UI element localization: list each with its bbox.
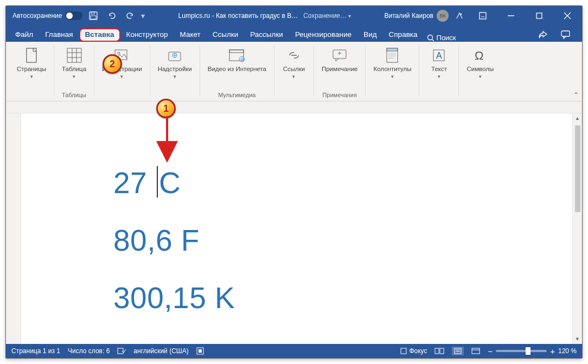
qat-more-icon[interactable]: ▾ bbox=[141, 11, 145, 20]
save-icon[interactable] bbox=[86, 8, 101, 23]
illustrations-button[interactable]: Иллюстрации▾ bbox=[100, 45, 144, 80]
status-bar: Страница 1 из 1 Число слов: 6 английский… bbox=[6, 344, 582, 358]
view-print-icon[interactable] bbox=[452, 347, 464, 355]
scroll-down-icon[interactable]: ▼ bbox=[573, 334, 582, 344]
horizontal-ruler[interactable] bbox=[6, 101, 582, 113]
document-page[interactable]: 27 C 80,6 F 300,15 K bbox=[21, 113, 572, 344]
ribbon-options-icon[interactable] bbox=[470, 6, 495, 25]
svg-rect-39 bbox=[440, 348, 444, 354]
tab-help[interactable]: Справка bbox=[383, 28, 424, 42]
minimize-button[interactable] bbox=[498, 6, 523, 25]
focus-icon bbox=[400, 348, 407, 354]
svg-text:A: A bbox=[436, 51, 442, 60]
view-web-icon[interactable] bbox=[471, 348, 480, 354]
zoom-control[interactable]: − + 120 % bbox=[488, 347, 577, 356]
status-macro-icon[interactable] bbox=[196, 347, 204, 355]
tab-mailings[interactable]: Рассылки bbox=[244, 28, 289, 42]
scroll-up-icon[interactable]: ▲ bbox=[573, 113, 582, 123]
text-cursor bbox=[157, 166, 158, 197]
comment-icon bbox=[330, 46, 349, 65]
text-icon: A bbox=[430, 46, 448, 65]
title-bar: Автосохранение ▾ Lumpics.ru - Как постав… bbox=[6, 6, 582, 25]
tab-design[interactable]: Конструктор bbox=[120, 28, 174, 42]
undo-icon[interactable] bbox=[104, 8, 119, 23]
zoom-percent[interactable]: 120 % bbox=[558, 347, 577, 355]
header-footer-button[interactable]: Колонтитулы▾ bbox=[371, 45, 413, 80]
ribbon-tabs: Файл Главная Вставка Конструктор Макет С… bbox=[6, 25, 582, 42]
autosave-control[interactable]: Автосохранение bbox=[12, 11, 82, 20]
svg-rect-2 bbox=[91, 16, 96, 19]
search-box[interactable]: Поиск bbox=[427, 34, 456, 42]
zoom-out-icon[interactable]: − bbox=[488, 347, 493, 356]
vertical-scrollbar[interactable]: ▲ ▼ bbox=[572, 113, 582, 344]
tab-insert[interactable]: Вставка bbox=[79, 28, 120, 42]
svg-rect-13 bbox=[67, 48, 81, 62]
scroll-thumb[interactable] bbox=[575, 125, 580, 212]
tables-group-label: Таблицы bbox=[62, 92, 86, 99]
online-video-button[interactable]: Видео из Интернета bbox=[206, 45, 269, 74]
headerfooter-icon bbox=[383, 46, 401, 65]
svg-rect-40 bbox=[455, 348, 461, 354]
links-button[interactable]: Ссылки▾ bbox=[280, 45, 308, 80]
svg-rect-43 bbox=[472, 348, 480, 354]
maximize-button[interactable] bbox=[527, 6, 552, 25]
addins-icon bbox=[165, 46, 184, 65]
avatar: ВК bbox=[437, 10, 449, 22]
autosave-toggle[interactable] bbox=[65, 11, 82, 20]
coming-soon-icon[interactable] bbox=[452, 8, 467, 23]
document-area: 27 C 80,6 F 300,15 K ▲ ▼ bbox=[6, 113, 582, 344]
tab-view[interactable]: Вид bbox=[357, 28, 382, 42]
vertical-ruler[interactable] bbox=[6, 113, 21, 344]
text-button[interactable]: A Текст▾ bbox=[425, 45, 453, 80]
share-icon[interactable] bbox=[533, 28, 553, 42]
doc-line-2: 80,6 F bbox=[113, 223, 572, 258]
status-language[interactable]: английский (США) bbox=[133, 347, 188, 355]
tab-file[interactable]: Файл bbox=[9, 28, 39, 42]
close-button[interactable] bbox=[555, 6, 580, 25]
svg-rect-23 bbox=[229, 50, 244, 53]
svg-rect-27 bbox=[387, 48, 398, 51]
zoom-in-icon[interactable]: + bbox=[550, 347, 555, 356]
status-word-count[interactable]: Число слов: 6 bbox=[68, 347, 110, 355]
svg-rect-36 bbox=[199, 349, 202, 353]
view-read-icon[interactable] bbox=[434, 348, 444, 354]
user-account[interactable]: Виталий Каиров ВК bbox=[384, 10, 449, 22]
svg-point-19 bbox=[118, 52, 120, 54]
user-name: Виталий Каиров bbox=[384, 12, 433, 20]
comments-icon[interactable] bbox=[556, 28, 576, 42]
symbols-button[interactable]: Ω Символы▾ bbox=[464, 45, 496, 80]
zoom-slider[interactable] bbox=[496, 350, 547, 352]
redo-icon[interactable] bbox=[123, 8, 138, 23]
status-spellcheck-icon[interactable] bbox=[117, 347, 126, 355]
comment-button[interactable]: Примечание bbox=[319, 45, 360, 74]
svg-point-3 bbox=[461, 14, 462, 15]
symbols-icon: Ω bbox=[471, 46, 489, 65]
tab-review[interactable]: Рецензирование bbox=[289, 28, 357, 42]
svg-rect-38 bbox=[435, 348, 439, 354]
doc-line-3: 300,15 K bbox=[113, 280, 572, 315]
search-label: Поиск bbox=[437, 34, 456, 42]
tab-home[interactable]: Главная bbox=[39, 28, 79, 42]
svg-rect-6 bbox=[536, 13, 542, 18]
svg-point-9 bbox=[427, 35, 432, 40]
tab-layout[interactable]: Макет bbox=[174, 28, 207, 42]
media-group-label: Мультимедиа bbox=[218, 92, 255, 99]
svg-rect-37 bbox=[401, 348, 406, 354]
autosave-label: Автосохранение bbox=[12, 12, 62, 20]
addins-button[interactable]: Надстройки▾ bbox=[156, 45, 194, 80]
link-icon bbox=[285, 46, 303, 65]
collapse-ribbon-icon[interactable]: ⌃ bbox=[573, 91, 579, 99]
comments-group-label: Примечания bbox=[322, 92, 357, 99]
table-icon bbox=[65, 46, 84, 65]
doc-line-1: 27 C bbox=[113, 165, 572, 200]
status-page[interactable]: Страница 1 из 1 bbox=[11, 347, 60, 355]
pages-button[interactable]: Страницы▾ bbox=[15, 45, 48, 80]
table-button[interactable]: Таблица▾ bbox=[60, 45, 88, 80]
search-icon bbox=[427, 34, 434, 42]
status-focus[interactable]: Фокус bbox=[400, 347, 427, 355]
document-title: Lumpics.ru - Как поставить градус в B… С… bbox=[148, 12, 381, 20]
illustrations-icon bbox=[113, 46, 131, 65]
tab-references[interactable]: Ссылки bbox=[207, 28, 245, 42]
svg-line-10 bbox=[432, 39, 434, 41]
video-icon bbox=[228, 46, 246, 65]
